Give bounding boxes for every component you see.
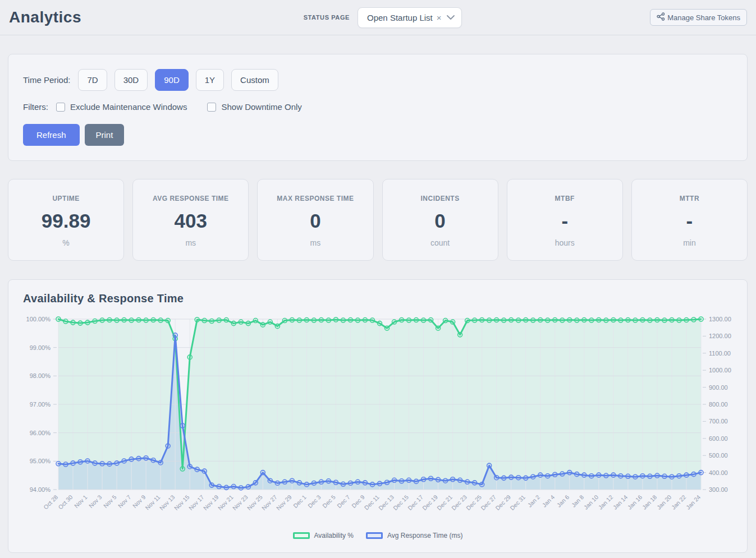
svg-text:600.00: 600.00 [709, 435, 728, 442]
svg-text:Nov 25: Nov 25 [246, 494, 264, 511]
svg-text:1200.00: 1200.00 [709, 333, 731, 339]
filter-panel: Time Period: 7D 30D 90D 1Y Custom Filter… [8, 54, 748, 161]
status-page-select[interactable]: Open Startup List × [358, 7, 462, 28]
svg-text:96.00%: 96.00% [30, 430, 51, 436]
stat-value: 403 [136, 210, 245, 232]
stat-unit: min [635, 238, 744, 247]
svg-text:Nov 15: Nov 15 [173, 494, 191, 511]
stat-label: UPTIME [12, 195, 120, 202]
svg-text:Dec 23: Dec 23 [450, 494, 468, 511]
period-button-custom[interactable]: Custom [231, 69, 278, 91]
status-page-label: STATUS PAGE [304, 14, 350, 21]
svg-text:Dec 1: Dec 1 [292, 494, 308, 509]
manage-share-tokens-button[interactable]: Manage Share Tokens [650, 9, 747, 26]
svg-text:Nov 3: Nov 3 [88, 494, 103, 509]
stat-card-mtbf: MTBF - hours [507, 179, 623, 261]
legend-item-availability: Availability % [293, 532, 354, 539]
period-button-90d[interactable]: 90D [155, 69, 189, 91]
svg-text:1100.00: 1100.00 [709, 350, 731, 357]
stat-value: 0 [386, 210, 494, 232]
stat-value: 0 [261, 210, 369, 232]
chart-legend: Availability % Avg Response Time (ms) [8, 532, 747, 539]
svg-text:Oct 28: Oct 28 [42, 494, 59, 510]
svg-text:98.00%: 98.00% [30, 372, 51, 379]
status-page-group: STATUS PAGE Open Startup List × [304, 7, 462, 28]
filters-row: Filters: Exclude Maintenance Windows Sho… [23, 102, 732, 112]
page-header: Analytics STATUS PAGE Open Startup List … [0, 0, 756, 30]
stats-row: UPTIME 99.89 % AVG RESPONSE TIME 403 ms … [8, 179, 748, 261]
svg-text:Jan 14: Jan 14 [612, 494, 629, 511]
stat-label: MAX RESPONSE TIME [261, 195, 369, 202]
exclude-maintenance-label: Exclude Maintenance Windows [70, 102, 187, 112]
svg-text:Jan 22: Jan 22 [670, 494, 688, 511]
svg-text:Nov 23: Nov 23 [231, 494, 249, 511]
stat-unit: hours [511, 238, 619, 247]
svg-text:Jan 6: Jan 6 [556, 494, 571, 509]
legend-swatch-availability [293, 532, 310, 539]
stat-card-uptime: UPTIME 99.89 % [8, 179, 124, 261]
svg-text:700.00: 700.00 [709, 418, 728, 425]
svg-text:Jan 18: Jan 18 [641, 494, 658, 511]
svg-text:Jan 2: Jan 2 [526, 494, 542, 509]
svg-text:95.00%: 95.00% [30, 458, 51, 464]
svg-text:Nov 21: Nov 21 [217, 494, 235, 511]
stat-value: - [511, 210, 619, 232]
chart-svg: 100.00%99.00%98.00%97.00%96.00%95.00%94.… [8, 305, 746, 528]
stat-card-incidents: INCIDENTS 0 count [382, 179, 498, 261]
svg-text:Dec 27: Dec 27 [479, 494, 497, 511]
svg-text:Nov 1: Nov 1 [73, 494, 89, 509]
chart-title: Availability & Response Time [23, 292, 747, 305]
svg-text:Dec 19: Dec 19 [421, 494, 439, 511]
period-button-1y[interactable]: 1Y [196, 69, 224, 91]
period-button-30d[interactable]: 30D [114, 69, 148, 91]
svg-text:Jan 12: Jan 12 [597, 494, 614, 511]
svg-text:Nov 11: Nov 11 [144, 494, 162, 511]
time-period-label: Time Period: [23, 75, 70, 85]
svg-text:Nov 17: Nov 17 [187, 494, 205, 511]
chart-panel: Availability & Response Time 100.00%99.0… [8, 279, 748, 553]
svg-text:Dec 25: Dec 25 [465, 494, 483, 511]
svg-text:500.00: 500.00 [709, 452, 728, 459]
stat-label: MTTR [635, 195, 744, 202]
svg-text:99.00%: 99.00% [30, 344, 51, 351]
period-button-7d[interactable]: 7D [78, 69, 107, 91]
svg-text:Dec 21: Dec 21 [436, 494, 453, 511]
svg-text:Dec 11: Dec 11 [363, 494, 381, 511]
manage-share-tokens-label: Manage Share Tokens [667, 13, 740, 22]
refresh-button[interactable]: Refresh [23, 124, 80, 146]
svg-text:Jan 24: Jan 24 [685, 494, 702, 511]
stat-unit: count [386, 238, 494, 247]
exclude-maintenance-checkbox[interactable] [56, 103, 65, 112]
svg-text:Nov 19: Nov 19 [202, 494, 220, 511]
stat-card-max-response: MAX RESPONSE TIME 0 ms [257, 179, 373, 261]
stat-label: MTBF [511, 195, 619, 202]
svg-text:Dec 13: Dec 13 [377, 494, 395, 511]
time-period-row: Time Period: 7D 30D 90D 1Y Custom [23, 69, 732, 91]
svg-text:Jan 16: Jan 16 [626, 494, 644, 511]
svg-text:Oct 30: Oct 30 [57, 494, 74, 510]
svg-text:Nov 29: Nov 29 [275, 494, 293, 511]
print-button[interactable]: Print [85, 124, 125, 146]
stat-label: INCIDENTS [386, 195, 494, 202]
svg-text:Dec 31: Dec 31 [508, 494, 526, 511]
show-downtime-label: Show Downtime Only [221, 102, 301, 112]
svg-text:400.00: 400.00 [709, 469, 728, 476]
stat-label: AVG RESPONSE TIME [136, 195, 245, 202]
header-divider [0, 35, 756, 35]
stat-unit: ms [261, 238, 369, 247]
svg-text:1300.00: 1300.00 [709, 316, 731, 322]
stat-unit: % [12, 238, 120, 247]
clear-selection-icon[interactable]: × [437, 13, 442, 22]
actions-row: Refresh Print [23, 124, 732, 146]
show-downtime-group: Show Downtime Only [207, 102, 301, 112]
page-title: Analytics [9, 8, 81, 26]
svg-text:Dec 29: Dec 29 [494, 494, 512, 511]
svg-text:Dec 15: Dec 15 [392, 494, 410, 511]
stat-unit: ms [136, 238, 245, 247]
exclude-maintenance-group: Exclude Maintenance Windows [56, 102, 187, 112]
show-downtime-checkbox[interactable] [207, 103, 216, 112]
chevron-down-icon [447, 15, 455, 20]
svg-text:300.00: 300.00 [709, 486, 728, 493]
legend-label-response: Avg Response Time (ms) [387, 532, 463, 539]
svg-text:Jan 10: Jan 10 [582, 494, 599, 511]
